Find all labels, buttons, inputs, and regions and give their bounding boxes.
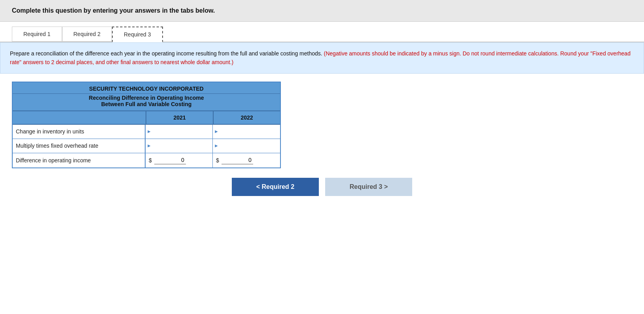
tab-required3[interactable]: Required 3 xyxy=(112,27,163,42)
arrow-icon-1a: ► xyxy=(146,125,151,139)
header-bar: Complete this question by entering your … xyxy=(0,0,644,22)
input-diff-2022[interactable] xyxy=(222,156,253,164)
nav-buttons: < Required 2 Required 3 > xyxy=(12,178,632,196)
tab-required1[interactable]: Required 1 xyxy=(12,27,62,42)
col-year-2022: 2022 xyxy=(213,111,280,124)
instruction-black: Prepare a reconciliation of the differen… xyxy=(10,50,322,57)
content-area: SECURITY TECHNOLOGY INCORPORATED Reconci… xyxy=(0,74,644,208)
row-input-overhead-2021[interactable]: ► xyxy=(146,139,213,153)
row-label-inventory: Change in inventory in units xyxy=(13,125,146,139)
row-label-overhead: Multiply times fixed overhead rate xyxy=(13,139,146,153)
prev-required2-button[interactable]: < Required 2 xyxy=(232,178,319,196)
row-value-diff-2022[interactable]: $ xyxy=(213,153,280,167)
page-wrapper: Complete this question by entering your … xyxy=(0,0,644,208)
next-required3-button[interactable]: Required 3 > xyxy=(325,178,412,196)
table-row-inventory: Change in inventory in units ► ► xyxy=(13,125,280,139)
instruction-box: Prepare a reconciliation of the differen… xyxy=(0,42,644,74)
table-row-difference: Difference in operating income $ $ xyxy=(13,153,280,167)
reconciliation-table: SECURITY TECHNOLOGY INCORPORATED Reconci… xyxy=(12,82,281,168)
input-overhead-2021[interactable] xyxy=(151,139,211,153)
row-input-inventory-2022[interactable]: ► xyxy=(213,125,280,139)
col-header-row: 2021 2022 xyxy=(13,111,280,125)
dollar-sign-2021: $ xyxy=(149,157,152,164)
row-input-inventory-2021[interactable]: ► xyxy=(146,125,213,139)
tab-required2[interactable]: Required 2 xyxy=(62,27,112,42)
arrow-icon-2a: ► xyxy=(146,139,151,153)
header-text: Complete this question by entering your … xyxy=(12,7,215,14)
table-row-overhead: Multiply times fixed overhead rate ► ► xyxy=(13,139,280,153)
input-inventory-2021[interactable] xyxy=(151,125,211,139)
input-overhead-2022[interactable] xyxy=(218,139,278,153)
tab-area: Required 1 Required 2 Required 3 xyxy=(0,22,644,42)
table-title: SECURITY TECHNOLOGY INCORPORATED xyxy=(13,82,280,94)
arrow-icon-2b: ► xyxy=(213,139,218,153)
row-value-diff-2021[interactable]: $ xyxy=(146,153,213,167)
input-inventory-2022[interactable] xyxy=(218,125,278,139)
row-input-overhead-2022[interactable]: ► xyxy=(213,139,280,153)
dollar-sign-2022: $ xyxy=(216,157,219,164)
row-label-difference: Difference in operating income xyxy=(13,153,146,167)
col-year-2021: 2021 xyxy=(146,111,213,124)
input-diff-2021[interactable] xyxy=(154,156,186,164)
arrow-icon-1b: ► xyxy=(213,125,218,139)
col-label-empty xyxy=(13,111,146,124)
table-subtitle: Reconciling Difference in Operating Inco… xyxy=(13,94,280,111)
